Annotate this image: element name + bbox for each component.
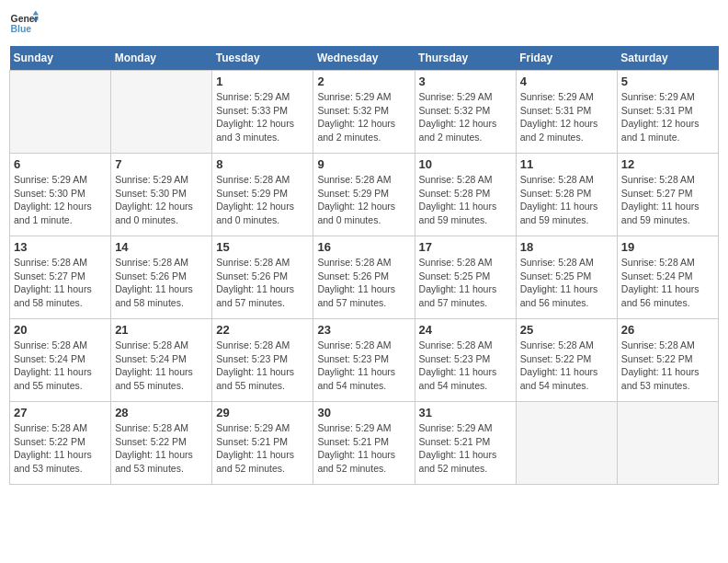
day-header-tuesday: Tuesday: [212, 46, 313, 71]
day-info: Sunrise: 5:28 AM Sunset: 5:29 PM Dayligh…: [216, 173, 309, 227]
calendar-cell: 15Sunrise: 5:28 AM Sunset: 5:26 PM Dayli…: [212, 236, 313, 319]
calendar-week-row: 27Sunrise: 5:28 AM Sunset: 5:22 PM Dayli…: [10, 402, 719, 485]
calendar-cell: 6Sunrise: 5:29 AM Sunset: 5:30 PM Daylig…: [10, 154, 111, 236]
day-number: 4: [520, 75, 613, 88]
logo-icon: General Blue: [9, 9, 39, 39]
calendar-table: SundayMondayTuesdayWednesdayThursdayFrid…: [9, 46, 719, 485]
calendar-cell: 5Sunrise: 5:29 AM Sunset: 5:31 PM Daylig…: [617, 71, 718, 154]
day-header-sunday: Sunday: [10, 46, 111, 71]
calendar-cell: 4Sunrise: 5:29 AM Sunset: 5:31 PM Daylig…: [516, 71, 617, 154]
day-number: 20: [14, 323, 107, 337]
calendar-cell: 14Sunrise: 5:28 AM Sunset: 5:26 PM Dayli…: [111, 236, 212, 319]
day-number: 12: [621, 157, 714, 171]
day-number: 14: [115, 240, 208, 254]
calendar-cell: 24Sunrise: 5:28 AM Sunset: 5:23 PM Dayli…: [415, 319, 516, 402]
day-info: Sunrise: 5:28 AM Sunset: 5:28 PM Dayligh…: [520, 173, 613, 227]
calendar-cell: [516, 402, 617, 485]
day-number: 28: [115, 406, 208, 419]
day-number: 27: [14, 406, 107, 419]
day-info: Sunrise: 5:28 AM Sunset: 5:23 PM Dayligh…: [317, 339, 410, 393]
day-number: 23: [317, 323, 410, 337]
page-header: General Blue: [9, 9, 719, 39]
calendar-header-row: SundayMondayTuesdayWednesdayThursdayFrid…: [10, 46, 719, 71]
day-info: Sunrise: 5:28 AM Sunset: 5:22 PM Dayligh…: [115, 421, 208, 476]
day-info: Sunrise: 5:28 AM Sunset: 5:27 PM Dayligh…: [14, 256, 107, 310]
day-info: Sunrise: 5:28 AM Sunset: 5:24 PM Dayligh…: [14, 339, 107, 393]
day-header-thursday: Thursday: [415, 46, 516, 71]
calendar-cell: 8Sunrise: 5:28 AM Sunset: 5:29 PM Daylig…: [212, 154, 313, 236]
calendar-week-row: 6Sunrise: 5:29 AM Sunset: 5:30 PM Daylig…: [10, 154, 719, 236]
day-number: 11: [520, 157, 613, 171]
calendar-cell: 20Sunrise: 5:28 AM Sunset: 5:24 PM Dayli…: [10, 319, 111, 402]
day-number: 29: [216, 406, 309, 419]
calendar-cell: 23Sunrise: 5:28 AM Sunset: 5:23 PM Dayli…: [313, 319, 415, 402]
calendar-cell: 21Sunrise: 5:28 AM Sunset: 5:24 PM Dayli…: [111, 319, 212, 402]
day-info: Sunrise: 5:29 AM Sunset: 5:33 PM Dayligh…: [216, 90, 309, 144]
day-number: 22: [216, 323, 309, 337]
day-info: Sunrise: 5:28 AM Sunset: 5:26 PM Dayligh…: [317, 256, 410, 310]
calendar-cell: 18Sunrise: 5:28 AM Sunset: 5:25 PM Dayli…: [516, 236, 617, 319]
calendar-cell: 17Sunrise: 5:28 AM Sunset: 5:25 PM Dayli…: [415, 236, 516, 319]
calendar-week-row: 20Sunrise: 5:28 AM Sunset: 5:24 PM Dayli…: [10, 319, 719, 402]
calendar-cell: 2Sunrise: 5:29 AM Sunset: 5:32 PM Daylig…: [313, 71, 415, 154]
day-number: 17: [419, 240, 512, 254]
day-info: Sunrise: 5:28 AM Sunset: 5:26 PM Dayligh…: [115, 256, 208, 310]
calendar-cell: [617, 402, 718, 485]
day-number: 26: [621, 323, 714, 337]
day-number: 1: [216, 75, 309, 88]
day-info: Sunrise: 5:29 AM Sunset: 5:31 PM Dayligh…: [621, 90, 714, 144]
day-info: Sunrise: 5:28 AM Sunset: 5:24 PM Dayligh…: [115, 339, 208, 393]
calendar-cell: 27Sunrise: 5:28 AM Sunset: 5:22 PM Dayli…: [10, 402, 111, 485]
calendar-week-row: 13Sunrise: 5:28 AM Sunset: 5:27 PM Dayli…: [10, 236, 719, 319]
calendar-cell: 7Sunrise: 5:29 AM Sunset: 5:30 PM Daylig…: [111, 154, 212, 236]
day-info: Sunrise: 5:28 AM Sunset: 5:27 PM Dayligh…: [621, 173, 714, 227]
day-info: Sunrise: 5:29 AM Sunset: 5:32 PM Dayligh…: [317, 90, 410, 144]
day-info: Sunrise: 5:29 AM Sunset: 5:32 PM Dayligh…: [419, 90, 512, 144]
calendar-cell: 25Sunrise: 5:28 AM Sunset: 5:22 PM Dayli…: [516, 319, 617, 402]
day-info: Sunrise: 5:28 AM Sunset: 5:25 PM Dayligh…: [520, 256, 613, 310]
calendar-cell: 10Sunrise: 5:28 AM Sunset: 5:28 PM Dayli…: [415, 154, 516, 236]
day-header-saturday: Saturday: [617, 46, 718, 71]
calendar-cell: 31Sunrise: 5:29 AM Sunset: 5:21 PM Dayli…: [415, 402, 516, 485]
day-info: Sunrise: 5:29 AM Sunset: 5:31 PM Dayligh…: [520, 90, 613, 144]
day-number: 15: [216, 240, 309, 254]
day-info: Sunrise: 5:28 AM Sunset: 5:26 PM Dayligh…: [216, 256, 309, 310]
calendar-cell: 11Sunrise: 5:28 AM Sunset: 5:28 PM Dayli…: [516, 154, 617, 236]
day-number: 21: [115, 323, 208, 337]
day-info: Sunrise: 5:28 AM Sunset: 5:22 PM Dayligh…: [520, 339, 613, 393]
calendar-cell: 29Sunrise: 5:29 AM Sunset: 5:21 PM Dayli…: [212, 402, 313, 485]
day-number: 3: [419, 75, 512, 88]
logo: General Blue: [9, 9, 39, 39]
day-header-monday: Monday: [111, 46, 212, 71]
calendar-cell: 9Sunrise: 5:28 AM Sunset: 5:29 PM Daylig…: [313, 154, 415, 236]
day-info: Sunrise: 5:29 AM Sunset: 5:30 PM Dayligh…: [115, 173, 208, 227]
calendar-cell: 28Sunrise: 5:28 AM Sunset: 5:22 PM Dayli…: [111, 402, 212, 485]
day-header-wednesday: Wednesday: [313, 46, 415, 71]
day-number: 8: [216, 157, 309, 171]
calendar-week-row: 1Sunrise: 5:29 AM Sunset: 5:33 PM Daylig…: [10, 71, 719, 154]
svg-marker-2: [33, 11, 39, 16]
day-info: Sunrise: 5:28 AM Sunset: 5:29 PM Dayligh…: [317, 173, 410, 227]
day-info: Sunrise: 5:28 AM Sunset: 5:24 PM Dayligh…: [621, 256, 714, 310]
day-info: Sunrise: 5:28 AM Sunset: 5:23 PM Dayligh…: [419, 339, 512, 393]
day-info: Sunrise: 5:28 AM Sunset: 5:22 PM Dayligh…: [14, 421, 107, 476]
day-info: Sunrise: 5:28 AM Sunset: 5:25 PM Dayligh…: [419, 256, 512, 310]
day-number: 7: [115, 157, 208, 171]
day-number: 2: [317, 75, 410, 88]
day-number: 6: [14, 157, 107, 171]
day-number: 5: [621, 75, 714, 88]
calendar-cell: 26Sunrise: 5:28 AM Sunset: 5:22 PM Dayli…: [617, 319, 718, 402]
day-number: 18: [520, 240, 613, 254]
calendar-cell: 3Sunrise: 5:29 AM Sunset: 5:32 PM Daylig…: [415, 71, 516, 154]
svg-text:Blue: Blue: [11, 24, 32, 34]
day-number: 10: [419, 157, 512, 171]
calendar-cell: 1Sunrise: 5:29 AM Sunset: 5:33 PM Daylig…: [212, 71, 313, 154]
day-number: 25: [520, 323, 613, 337]
day-number: 24: [419, 323, 512, 337]
day-info: Sunrise: 5:29 AM Sunset: 5:30 PM Dayligh…: [14, 173, 107, 227]
day-number: 19: [621, 240, 714, 254]
day-number: 31: [419, 406, 512, 419]
calendar-cell: 30Sunrise: 5:29 AM Sunset: 5:21 PM Dayli…: [313, 402, 415, 485]
day-info: Sunrise: 5:28 AM Sunset: 5:23 PM Dayligh…: [216, 339, 309, 393]
calendar-cell: [10, 71, 111, 154]
